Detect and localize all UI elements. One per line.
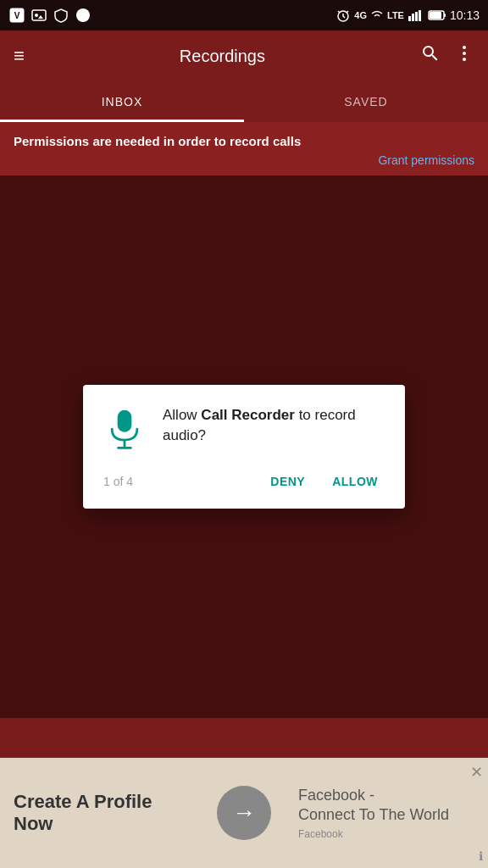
tabs: INBOX SAVED — [0, 81, 488, 122]
svg-rect-9 — [419, 10, 421, 21]
ad-brand-line1: Facebook - — [298, 787, 374, 804]
more-options-icon[interactable] — [454, 43, 474, 69]
dialog-message: Allow Call Recorder to record audio? — [163, 405, 385, 446]
ad-brand-line2: Connect To The World — [298, 806, 449, 823]
dialog-header: Allow Call Recorder to record audio? — [103, 405, 385, 451]
ad-cta-button[interactable]: → — [217, 786, 271, 840]
photo-icon — [30, 7, 47, 24]
allow-button[interactable]: ALLOW — [325, 468, 385, 495]
svg-rect-11 — [444, 14, 446, 17]
signal-icon — [408, 9, 424, 21]
dialog-footer: 1 of 4 DENY ALLOW — [103, 468, 385, 495]
svg-point-14 — [463, 52, 466, 55]
svg-point-4 — [76, 8, 90, 22]
status-time: 10:13 — [450, 8, 480, 22]
tab-inbox[interactable]: INBOX — [0, 81, 244, 122]
dialog-counter: 1 of 4 — [103, 475, 133, 488]
battery-icon — [428, 9, 446, 21]
svg-point-3 — [35, 14, 38, 17]
ad-title: Create A Profile Now — [14, 791, 190, 836]
svg-point-13 — [463, 46, 466, 49]
toolbar: ≡ Recordings — [0, 31, 488, 81]
ad-content-right: Facebook - Connect To The World Facebook — [285, 772, 488, 854]
menu-icon[interactable]: ≡ — [14, 45, 25, 67]
microphone-icon — [106, 409, 143, 451]
network-4g-icon: 4G — [354, 10, 367, 20]
tab-saved[interactable]: SAVED — [244, 81, 488, 122]
alarm-icon — [336, 8, 351, 23]
app-name: Call Recorder — [201, 407, 295, 423]
status-icons-right: 4G LTE 10:13 — [336, 8, 480, 23]
shield-icon — [53, 7, 69, 24]
svg-text:V: V — [14, 11, 20, 20]
grant-permissions-link[interactable]: Grant permissions — [14, 153, 474, 167]
status-bar: V 4G LTE 10:13 — [0, 0, 488, 31]
lte-icon: LTE — [387, 10, 404, 20]
svg-rect-12 — [430, 12, 441, 19]
arrow-icon: → — [232, 799, 256, 826]
ad-close-icon[interactable]: ✕ — [470, 763, 483, 782]
search-icon[interactable] — [420, 43, 441, 69]
dialog-actions: DENY ALLOW — [263, 468, 385, 495]
svg-rect-8 — [415, 12, 418, 21]
svg-rect-7 — [412, 14, 414, 21]
wifi-icon — [370, 8, 384, 22]
ad-brand: Facebook - Connect To The World — [298, 786, 474, 826]
ad-info-icon[interactable]: ℹ — [479, 849, 483, 863]
status-icons-left: V — [8, 7, 92, 24]
ad-source: Facebook — [298, 828, 474, 840]
toolbar-title: Recordings — [38, 47, 407, 66]
svg-point-15 — [463, 58, 466, 61]
deny-button[interactable]: DENY — [263, 468, 312, 495]
svg-rect-16 — [118, 410, 132, 432]
app1-icon: V — [8, 7, 25, 24]
permission-banner: Permissions are needed in order to recor… — [0, 122, 488, 175]
permission-text: Permissions are needed in order to recor… — [14, 134, 474, 148]
permission-dialog: Allow Call Recorder to record audio? 1 o… — [83, 385, 405, 509]
svg-rect-6 — [408, 16, 411, 21]
main-content: Allow Call Recorder to record audio? 1 o… — [0, 175, 488, 718]
circle-icon — [75, 7, 92, 24]
mic-icon-container — [103, 409, 146, 451]
ad-content-left: Create A Profile Now — [0, 777, 203, 849]
svg-rect-2 — [32, 10, 46, 20]
ad-banner: Create A Profile Now → Facebook - Connec… — [0, 758, 488, 868]
